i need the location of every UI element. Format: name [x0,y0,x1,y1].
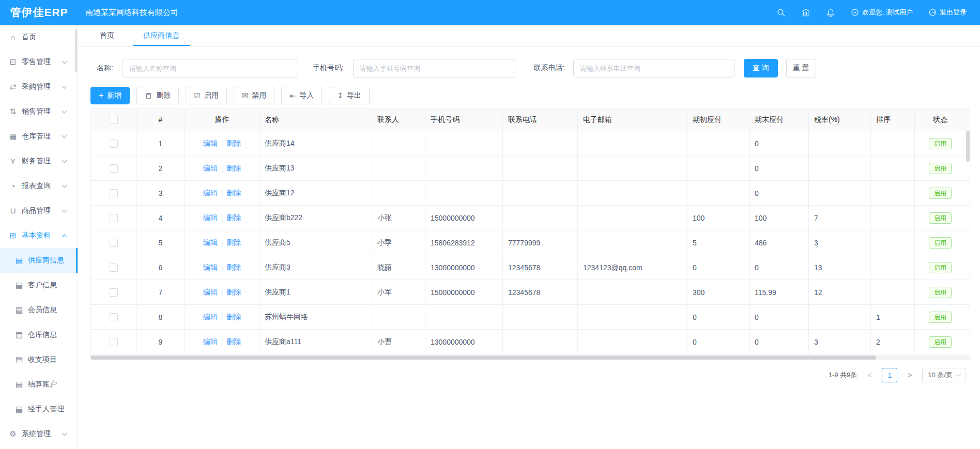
cell-opening: 0 [687,305,749,329]
edit-link[interactable]: 编辑 [203,337,218,347]
page-tab[interactable]: 供应商信息 [140,25,182,46]
row-checkbox[interactable] [110,189,118,197]
add-button[interactable]: + 新增 [90,87,130,104]
table-scrollbar-vertical[interactable] [966,131,970,162]
table-row: 2 编辑 | 删除 供应商13 0 启用 [91,156,970,181]
select-all-checkbox[interactable] [110,116,118,124]
sidebar-subitem[interactable]: ▤ 供应商信息 [0,248,78,273]
col-actions: 操作 [185,109,259,131]
delete-link[interactable]: 删除 [226,313,241,322]
sidebar-item-system[interactable]: ⚙ 系统管理 [0,422,78,446]
page-size-select[interactable]: 10 条/页 [922,368,966,382]
delete-link[interactable]: 删除 [226,288,241,297]
row-checkbox[interactable] [110,140,118,148]
delete-link[interactable]: 删除 [226,139,241,148]
row-checkbox[interactable] [110,239,118,247]
sidebar-scrollbar[interactable] [75,29,77,72]
phone-label: 手机号码: [313,64,344,73]
sidebar-subitem[interactable]: ▤ 会员信息 [0,298,78,322]
action-toolbar: + 新增 删除 ☑ 启用 ☒ 禁用 ⇤ 导入 ↧ 导出 [90,87,980,104]
delete-link[interactable]: 删除 [226,263,241,272]
search-icon[interactable] [776,8,786,17]
table-row: 4 编辑 | 删除 供应商b222 小张 15000000000 100 100… [91,206,970,230]
delete-button[interactable]: 删除 [136,87,179,104]
row-checkbox[interactable] [110,288,118,297]
sidebar-subitem[interactable]: ▤ 收支项目 [0,347,78,372]
app-logo: 管伊佳ERP [0,5,78,20]
disable-button[interactable]: ☒ 禁用 [234,87,275,104]
import-button[interactable]: ⇤ 导入 [281,87,322,104]
cell-tel: 77779999 [503,230,578,255]
row-checkbox[interactable] [110,164,118,173]
cell-opening [687,156,749,180]
edit-link[interactable]: 编辑 [203,263,218,272]
edit-link[interactable]: 编辑 [203,313,218,322]
row-checkbox[interactable] [110,214,118,222]
enable-button[interactable]: ☑ 启用 [186,87,227,104]
cell-email [578,330,687,354]
sidebar-item[interactable]: ◔ 报表查询 [0,174,78,198]
cell-closing: 0 [749,131,809,156]
sidebar-item[interactable]: ⌂ 首页 [0,25,78,50]
edit-link[interactable]: 编辑 [203,288,218,297]
search-button[interactable]: 查 询 [744,59,778,78]
sidebar-item[interactable]: ¥ 财务管理 [0,149,78,174]
row-checkbox[interactable] [110,313,118,321]
page-number-button[interactable]: 1 [882,368,897,382]
prev-page-button[interactable]: < [862,368,877,382]
edit-link[interactable]: 编辑 [203,238,218,247]
row-checkbox[interactable] [110,338,118,346]
cell-name: 供应商a111 [259,330,372,354]
cell-contact [372,305,425,329]
sidebar-item[interactable]: ▦ 仓库管理 [0,124,78,149]
row-checkbox[interactable] [110,264,118,272]
delete-link[interactable]: 删除 [226,213,241,223]
edit-link[interactable]: 编辑 [203,213,218,223]
delete-link[interactable]: 删除 [226,238,241,247]
sidebar-item[interactable]: ⇄ 采购管理 [0,74,78,99]
edit-link[interactable]: 编辑 [203,164,218,173]
cell-email [578,181,687,205]
edit-link[interactable]: 编辑 [203,189,218,198]
reset-button[interactable]: 重 置 [786,59,816,78]
sidebar-item[interactable]: ⊞ 基本资料 [0,223,78,248]
main-area: 首页 供应商信息 名称: 手机号码: 联系电话: 查 询 重 置 + 新增 删除… [78,25,980,449]
chevron-icon [62,59,67,64]
delete-link[interactable]: 删除 [226,337,241,347]
cell-tax: 3 [809,230,871,255]
plus-icon: + [99,91,103,100]
delete-link[interactable]: 删除 [226,189,241,198]
cell-opening [687,181,749,205]
cell-closing: 0 [749,181,809,205]
logout-button[interactable]: 退出登录 [928,8,967,17]
cell-contact [372,156,425,180]
cell-sort: 2 [871,330,915,354]
sidebar-item[interactable]: ⇅ 销售管理 [0,99,78,124]
col-opening: 期初应付 [687,109,749,131]
cell-closing: 0 [749,330,809,354]
cell-tel [503,156,578,180]
sidebar-subitem[interactable]: ▤ 仓库信息 [0,322,78,347]
edit-link[interactable]: 编辑 [203,139,218,148]
tel-input[interactable] [573,59,734,78]
status-badge: 启用 [929,212,952,224]
sidebar-subitem[interactable]: ▤ 结算账户 [0,372,78,397]
bank-icon[interactable] [801,8,810,17]
delete-link[interactable]: 删除 [226,164,241,173]
sidebar-subitem[interactable]: ▤ 客户信息 [0,273,78,298]
cell-email [578,230,687,255]
warehouse-icon: ▦ [8,132,18,141]
name-input[interactable] [122,59,297,78]
page-tab[interactable]: 首页 [97,25,117,46]
sidebar-subitem[interactable]: ▤ 经手人管理 [0,397,78,422]
next-page-button[interactable]: > [902,368,917,382]
table-scrollbar-horizontal[interactable] [90,355,970,360]
user-menu[interactable]: 欢迎您, 测试用户 [851,8,913,17]
sidebar-item[interactable]: ⊡ 零售管理 [0,50,78,74]
export-button[interactable]: ↧ 导出 [329,87,370,104]
table-body: 1 编辑 | 删除 供应商14 0 启用 [91,131,970,354]
phone-input[interactable] [353,59,515,78]
bell-icon[interactable] [826,8,835,17]
sidebar-item[interactable]: ⊔ 商品管理 [0,198,78,223]
cell-email: 1234123@qq.com [578,255,687,280]
